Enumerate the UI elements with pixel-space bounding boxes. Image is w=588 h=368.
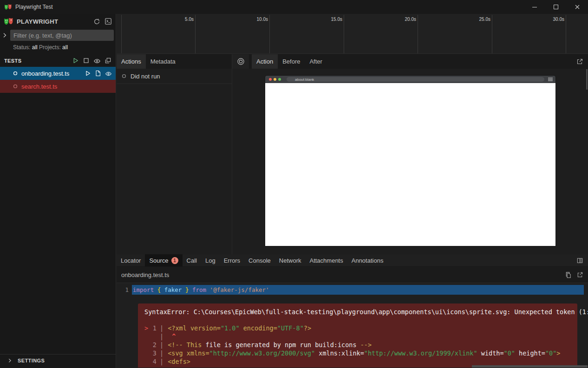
tab-before[interactable]: Before [278,54,305,69]
open-external-icon[interactable] [576,54,588,69]
tab-annotations[interactable]: Annotations [347,254,388,266]
snapshot-scrollbar[interactable] [586,69,588,90]
window-title: Playwright Test [15,4,52,10]
open-external-icon[interactable] [576,271,583,278]
chevron-right-icon[interactable] [1,32,8,39]
tab-call[interactable]: Call [183,254,201,266]
tab-actions[interactable]: Actions [117,54,146,69]
tests-section-header: TESTS [0,54,116,67]
timeline-gridline [492,15,492,53]
code-frame-caret-line: ^ [144,332,571,341]
minimize-button[interactable] [524,0,545,14]
tab-log[interactable]: Log [201,254,220,266]
status-circle-icon [13,71,18,76]
terminal-icon[interactable] [105,18,112,25]
source-line-1: 1 import { faker } from '@faker-js/faker… [117,285,588,295]
actions-tabbar: Actions Metadata [117,54,232,69]
timeline-tick: 30.0s [536,17,564,22]
timeline-tick: 25.0s [463,17,490,22]
playwright-logo-icon [4,3,12,11]
bottom-tabbar: Locator Source 1 Call Log Errors Console… [117,254,588,267]
source-code-view[interactable]: 1 import { faker } from '@faker-js/faker… [117,283,588,368]
tab-console[interactable]: Console [244,254,275,266]
address-bar: about:blank [287,77,544,82]
timeline-tick: 5.0s [166,17,194,22]
line-number: 1 [117,285,132,295]
titlebar: Playwright Test [0,0,588,14]
run-test-icon[interactable] [85,70,91,77]
timeline-gridline [195,15,196,53]
maximize-button[interactable] [545,0,567,14]
refresh-icon[interactable] [93,18,100,25]
status-line: Status: all Projects: all [0,42,116,53]
empty-message: Did not run [131,73,160,80]
source-toolbar: onboarding.test.ts [117,267,588,283]
close-button[interactable] [567,0,588,14]
status-value[interactable]: all [32,44,38,51]
timeline-gridline [566,15,566,53]
stop-icon[interactable] [83,57,90,64]
timeline-gridline [418,15,418,53]
timeline[interactable]: 5.0s 10.0s 15.0s 20.0s 25.0s 30.0s [117,14,588,54]
snapshot-pane: Action Before After [232,54,588,254]
tab-after[interactable]: After [305,54,327,69]
filter-input[interactable] [10,30,114,41]
source-file-name: onboarding.test.ts [121,271,169,278]
tests-title: TESTS [4,58,21,64]
sidebar-title: PLAYWRIGHT [17,18,58,25]
snapshot-tabbar: Action Before After [232,54,588,69]
timeline-tick: 15.0s [314,17,342,22]
browser-url: about:blank [295,77,314,82]
playwright-trace-window: Playwright Test [0,0,588,368]
timeline-gridline [269,15,270,53]
tab-source[interactable]: Source 1 [145,254,182,266]
projects-value[interactable]: all [62,44,68,51]
code-frame-line: 4<defs> [144,357,571,366]
tab-locator[interactable]: Locator [117,254,145,266]
status-circle-icon [122,74,126,78]
minimize-traffic-light [274,78,276,81]
split-view-icon[interactable] [576,254,588,266]
status-label: Status: [13,44,30,51]
copy-icon[interactable] [565,271,572,278]
code-frame-line: 3<svg xmlns="http://www.w3.org/2000/svg"… [144,349,571,357]
timeline-tick: 20.0s [388,17,416,22]
tab-network[interactable]: Network [275,254,306,266]
bottom-panel: Locator Source 1 Call Log Errors Console… [117,254,588,368]
test-item-search[interactable]: search.test.ts [0,80,116,93]
close-traffic-light [269,78,272,81]
error-code-frame: >1<?xml version="1.0" encoding="UTF-8"?>… [144,324,571,366]
timeline-gridline [344,15,344,53]
error-squiggly-underline: xxxxxxxxxxxxxxxxxxxxxxxxxxxxxxxxxxxxxxxx [133,295,588,299]
error-box: SyntaxError: C:\Courses\EpicWeb\full-sta… [138,303,577,368]
settings-title: SETTINGS [18,358,45,363]
error-count-badge: 1 [171,257,178,264]
tab-metadata[interactable]: Metadata [146,54,180,69]
actions-pane: Actions Metadata Did not run [117,54,232,254]
watch-all-icon[interactable] [93,57,101,65]
test-item-onboarding[interactable]: onboarding.test.ts [0,67,116,80]
sidebar: PLAYWRIGHT [0,14,116,368]
horizontal-scrollbar[interactable] [472,365,588,368]
tab-attachments[interactable]: Attachments [305,254,347,266]
tab-action[interactable]: Action [252,54,278,69]
status-circle-icon [13,84,18,89]
settings-section[interactable]: SETTINGS [0,354,116,366]
target-icon[interactable] [232,54,249,69]
source-file-icon[interactable] [95,70,101,77]
run-all-icon[interactable] [72,57,79,64]
code-frame-line: >1<?xml version="1.0" encoding="UTF-8"?> [144,324,571,332]
browser-snapshot: about:blank [265,76,555,246]
collapse-all-icon[interactable] [105,57,111,64]
test-name: search.test.ts [21,83,57,90]
snapshot-viewport: about:blank [232,69,588,254]
filter-row [0,29,116,42]
browser-chrome: about:blank [265,76,555,83]
sidebar-header: PLAYWRIGHT [0,14,116,29]
timeline-tick: 10.0s [240,17,268,22]
projects-label: Projects: [39,44,61,51]
watch-test-icon[interactable] [105,70,112,77]
timeline-gridline [121,15,122,53]
did-not-run-row[interactable]: Did not run [117,69,232,84]
tab-errors[interactable]: Errors [220,254,244,266]
